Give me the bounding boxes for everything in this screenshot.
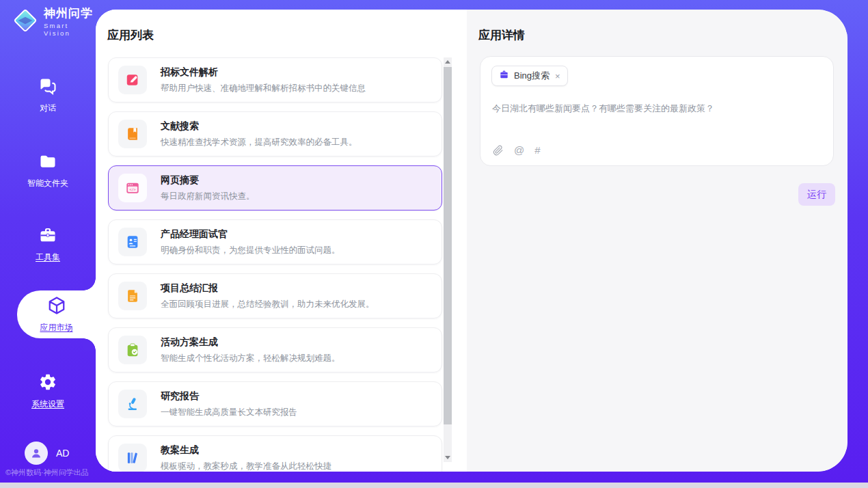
app-card[interactable]: 教案生成模板驱动，教案秒成，教学准备从此轻松快捷 [108,435,442,472]
app-list-scrollbar[interactable] [444,57,452,462]
person-icon [29,446,44,461]
app-card-description: 明确身份和职责，为您提供专业性的面试问题。 [161,245,340,256]
app-card-description: 模板驱动，教案秒成，教学准备从此轻松快捷 [161,461,331,472]
hash-icon[interactable]: # [534,145,540,155]
clipboard-check-icon [118,336,147,364]
app-list-title: 应用列表 [107,27,154,43]
scroll-down-button[interactable] [444,453,452,462]
copyright-text: ©神州数码·神州问学出品 [5,467,89,478]
user-label: AD [56,448,69,459]
pen-square-icon [118,66,147,94]
app-logo: 神州问学 Smart Vision [12,8,96,37]
app-card-title: 教案生成 [161,444,331,457]
sidebar-item-label: 应用市场 [40,322,73,334]
sidebar-item-system-settings[interactable]: 系统设置 [0,372,96,410]
run-button[interactable]: 运行 [798,183,835,206]
resume-icon [118,228,147,256]
sidebar: 神州问学 Smart Vision 对话智能文件夹工具集应用市场系统设置 AD … [0,0,96,483]
app-card-description: 快速精准查找学术资源，提高研究效率的必备工具。 [161,137,357,148]
svg-text:</>: </> [130,187,136,191]
sidebar-item-app-market[interactable]: 应用市场 [17,290,96,338]
bing-search-tag[interactable]: Bing搜索 × [491,66,568,86]
input-toolbar: @# [492,144,541,156]
note-icon [118,282,147,310]
app-card[interactable]: 文献搜索快速精准查找学术资源，提高研究效率的必备工具。 [108,111,442,157]
logo-diamond-icon [12,8,38,36]
app-card[interactable]: 研究报告一键智能生成高质量长文本研究报告 [108,381,442,426]
user-row[interactable]: AD [25,442,69,465]
app-card-description: 智能生成个性化活动方案，轻松解决规划难题。 [161,353,340,364]
app-card[interactable]: 活动方案生成智能生成个性化活动方案，轻松解决规划难题。 [108,327,442,372]
app-frame: 神州问学 Smart Vision 对话智能文件夹工具集应用市场系统设置 AD … [0,0,868,483]
main-content: 应用列表 招标文件解析帮助用户快速、准确地理解和解析招标书中的关键信息文献搜索快… [96,10,847,472]
sidebar-item-label: 工具集 [36,252,60,263]
app-tagline: Smart Vision [44,22,96,37]
app-detail-title: 应用详情 [478,27,525,43]
app-card[interactable]: 产品经理面试官明确身份和职责，为您提供专业性的面试问题。 [108,219,442,265]
books-icon [118,444,147,472]
tag-label: Bing搜索 [514,70,550,82]
scroll-up-button[interactable] [444,57,452,66]
cube-icon [46,295,67,318]
sidebar-item-toolset[interactable]: 工具集 [0,226,96,263]
app-detail-panel: 应用详情 Bing搜索 × 今日湖北有哪些新闻要点？有哪些需要关注的最新政策？ … [467,10,847,472]
query-text[interactable]: 今日湖北有哪些新闻要点？有哪些需要关注的最新政策？ [492,102,822,116]
app-card-title: 文献搜索 [161,120,357,133]
app-card-title: 项目总结汇报 [161,282,375,295]
toolbox-icon [38,226,57,247]
app-card-title: 产品经理面试官 [161,228,340,241]
app-card[interactable]: 招标文件解析帮助用户快速、准确地理解和解析招标书中的关键信息 [108,57,442,103]
window-bottom-edge [0,483,868,488]
chat-icon [38,77,57,98]
at-icon[interactable]: @ [514,145,524,155]
app-list-panel: 应用列表 招标文件解析帮助用户快速、准确地理解和解析招标书中的关键信息文献搜索快… [96,10,467,472]
microscope-icon [118,390,147,418]
browser-code-icon: </> [118,174,147,202]
app-card-title: 研究报告 [161,390,297,403]
sidebar-item-label: 智能文件夹 [27,178,68,189]
gear-icon [38,372,57,394]
app-card[interactable]: 项目总结汇报全面回顾项目进展，总结经验教训，助力未来优化发展。 [108,273,442,318]
sidebar-item-label: 系统设置 [31,398,64,410]
triangle-down-icon [445,456,450,459]
app-card-description: 每日政府新闻资讯快查。 [161,191,255,202]
sidebar-item-smart-folder[interactable]: 智能文件夹 [0,152,96,189]
detail-card: Bing搜索 × 今日湖北有哪些新闻要点？有哪些需要关注的最新政策？ @# [480,56,834,166]
app-title: 神州问学 [44,8,96,21]
folder-icon [38,152,57,174]
app-card-description: 全面回顾项目进展，总结经验教训，助力未来优化发展。 [161,299,375,310]
triangle-up-icon [445,60,450,64]
sidebar-item-label: 对话 [40,103,56,114]
avatar[interactable] [25,442,48,465]
paperclip-icon[interactable] [492,144,504,156]
app-card-description: 帮助用户快速、准确地理解和解析招标书中的关键信息 [161,83,366,94]
app-card-description: 一键智能生成高质量长文本研究报告 [161,407,297,418]
app-card-list: 招标文件解析帮助用户快速、准确地理解和解析招标书中的关键信息文献搜索快速精准查找… [108,57,442,472]
app-card[interactable]: </>网页摘要每日政府新闻资讯快查。 [108,165,442,211]
briefcase-icon [499,70,509,83]
sidebar-item-chat[interactable]: 对话 [0,77,96,114]
scrollbar-thumb[interactable] [444,67,452,424]
app-card-title: 网页摘要 [161,174,255,187]
app-card-title: 活动方案生成 [161,336,340,349]
book-icon [118,120,147,148]
tag-close-icon[interactable]: × [555,71,560,81]
app-card-title: 招标文件解析 [161,66,366,79]
